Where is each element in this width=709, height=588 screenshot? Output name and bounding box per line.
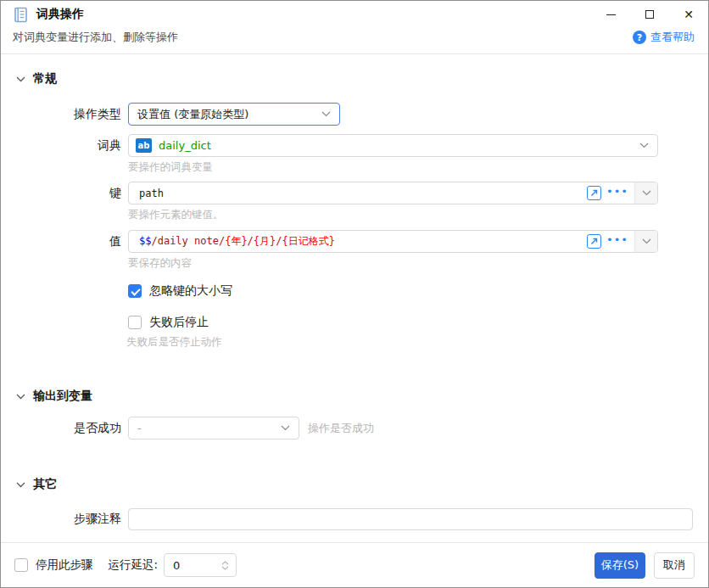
footer-bar: 停用此步骤 运行延迟: 0 保存(S) 取消 xyxy=(1,542,708,587)
step-note-label: 步骤注释 xyxy=(1,512,121,527)
variable-type-ab-icon: ab xyxy=(136,138,152,153)
section-other[interactable]: 其它 xyxy=(1,477,708,492)
disable-step-checkbox[interactable] xyxy=(14,558,28,572)
value-dropdown-button[interactable] xyxy=(634,231,657,252)
stop-on-fail-row: 失败后停止 xyxy=(128,315,708,330)
chevron-down-icon xyxy=(16,482,25,488)
open-editor-button[interactable] xyxy=(587,234,601,249)
operation-type-value: 设置值 (变量原始类型) xyxy=(137,107,248,122)
ignore-case-checkbox[interactable] xyxy=(128,284,142,298)
key-row: 键 path ••• xyxy=(1,182,708,204)
external-link-icon xyxy=(590,189,598,197)
success-output-helper: 操作是否成功 xyxy=(308,421,374,436)
step-note-input[interactable] xyxy=(128,508,693,530)
value-segment: /daily note/ xyxy=(151,235,225,247)
value-segment: / xyxy=(248,235,254,247)
help-label: 查看帮助 xyxy=(650,30,695,45)
run-delay-value: 0 xyxy=(173,559,180,572)
value-label: 值 xyxy=(1,234,121,249)
stop-on-fail-helper: 失败后是否停止动作 xyxy=(126,335,708,350)
value-segment: {月} xyxy=(254,235,276,247)
maximize-icon xyxy=(645,10,654,19)
dictionary-value: daily_dict xyxy=(159,139,211,152)
more-options-button[interactable]: ••• xyxy=(606,234,628,249)
spinner-down-icon xyxy=(221,566,229,570)
cancel-button[interactable]: 取消 xyxy=(654,552,695,579)
key-input-text: path xyxy=(129,188,587,199)
form-content: 常规 操作类型 设置值 (变量原始类型) 词典 ab daily_dict 要操… xyxy=(1,71,708,530)
value-input[interactable]: $$/daily note/{年}/{月}/{日记格式} ••• xyxy=(128,230,658,253)
value-input-text: $$/daily note/{年}/{月}/{日记格式} xyxy=(129,234,587,249)
run-delay-label: 运行延迟: xyxy=(109,557,159,573)
disable-step-row: 停用此步骤 xyxy=(14,557,93,573)
chevron-down-icon xyxy=(642,238,651,244)
dictionary-label: 词典 xyxy=(1,138,121,154)
minimize-button[interactable] xyxy=(591,1,630,28)
dictionary-operation-dialog: 词典操作 ✕ 对词典变量进行添加、删除等操作 ? 查看帮助 常规 操作类型 设置… xyxy=(0,0,709,588)
chevron-down-icon xyxy=(639,143,649,148)
key-dropdown-button[interactable] xyxy=(634,182,657,204)
success-output-label: 是否成功 xyxy=(1,421,121,436)
ignore-case-row: 忽略键的大小写 xyxy=(128,283,708,299)
open-editor-button[interactable] xyxy=(587,186,601,200)
external-link-icon xyxy=(590,238,598,245)
key-input-actions: ••• xyxy=(587,186,634,200)
operation-type-label: 操作类型 xyxy=(1,107,121,122)
view-help-link[interactable]: ? 查看帮助 xyxy=(633,30,695,45)
subtitle-bar: 对词典变量进行添加、删除等操作 ? 查看帮助 xyxy=(1,28,708,53)
chevron-down-icon xyxy=(321,111,331,117)
close-button[interactable]: ✕ xyxy=(669,1,708,28)
dictionary-helper: 要操作的词典变量 xyxy=(128,160,708,175)
dialog-title: 词典操作 xyxy=(36,7,84,22)
help-icon: ? xyxy=(633,31,646,44)
success-output-select[interactable]: - xyxy=(128,417,299,440)
chevron-down-icon xyxy=(281,425,290,431)
value-segment: {年} xyxy=(225,235,247,247)
chevron-down-icon xyxy=(16,76,25,82)
stop-on-fail-checkbox[interactable] xyxy=(128,316,142,329)
dictionary-row: 词典 ab daily_dict xyxy=(1,134,708,157)
section-general-label: 常规 xyxy=(33,71,57,87)
section-output-label: 输出到变量 xyxy=(33,389,92,404)
key-input[interactable]: path ••• xyxy=(128,182,658,204)
chevron-down-icon xyxy=(16,394,25,400)
section-general[interactable]: 常规 xyxy=(1,71,708,87)
value-helper: 要保存的内容 xyxy=(128,256,708,271)
maximize-button[interactable] xyxy=(630,1,669,28)
section-output[interactable]: 输出到变量 xyxy=(1,389,708,404)
key-label: 键 xyxy=(1,186,121,201)
stop-on-fail-label: 失败后停止 xyxy=(149,315,209,330)
ignore-case-label: 忽略键的大小写 xyxy=(149,283,232,299)
success-output-value: - xyxy=(137,422,142,434)
close-icon: ✕ xyxy=(684,8,694,20)
key-helper: 要操作元素的键值。 xyxy=(128,208,708,222)
value-segment: {日记格式} xyxy=(282,235,335,247)
window-controls: ✕ xyxy=(591,1,708,28)
value-row: 值 $$/daily note/{年}/{月}/{日记格式} ••• xyxy=(1,230,708,253)
operation-type-row: 操作类型 设置值 (变量原始类型) xyxy=(1,103,708,126)
value-input-actions: ••• xyxy=(587,234,634,249)
step-note-row: 步骤注释 xyxy=(1,508,708,530)
dictionary-book-icon xyxy=(13,7,29,23)
value-segment: $$ xyxy=(139,235,151,247)
run-delay-input[interactable]: 0 xyxy=(164,553,237,577)
disable-step-label: 停用此步骤 xyxy=(36,557,93,573)
chevron-down-icon xyxy=(642,190,651,196)
header-divider xyxy=(1,53,708,54)
dictionary-select[interactable]: ab daily_dict xyxy=(128,134,658,157)
spinner-up-icon xyxy=(221,561,229,565)
operation-type-select[interactable]: 设置值 (变量原始类型) xyxy=(128,103,340,126)
save-button[interactable]: 保存(S) xyxy=(595,552,645,579)
minimize-icon xyxy=(606,14,616,15)
titlebar: 词典操作 ✕ xyxy=(1,1,708,28)
success-output-row: 是否成功 - 操作是否成功 xyxy=(1,417,708,440)
value-segment: / xyxy=(276,235,282,247)
more-options-button[interactable]: ••• xyxy=(606,186,628,200)
spinner-buttons[interactable] xyxy=(221,561,229,570)
section-other-label: 其它 xyxy=(33,477,57,492)
dialog-subtitle: 对词典变量进行添加、删除等操作 xyxy=(13,30,178,45)
